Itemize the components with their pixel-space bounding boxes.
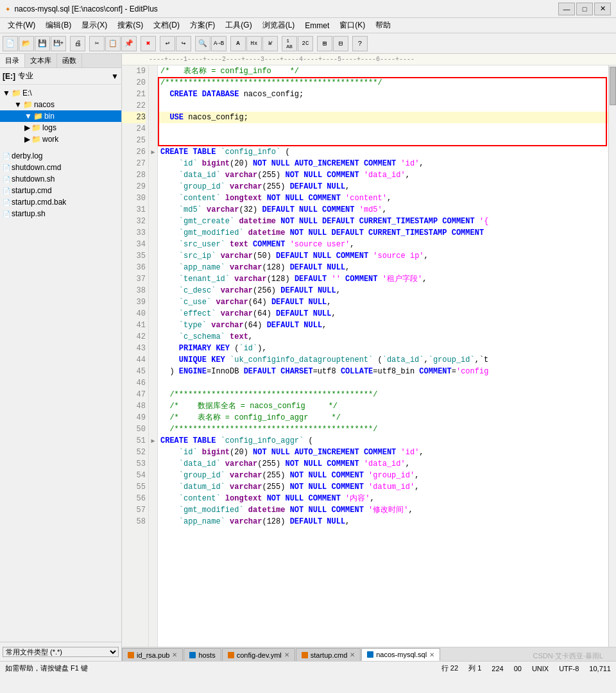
line-num-26: 26 [122, 146, 146, 158]
code-line-52: `id` bigint(20) NOT NULL AUTO_INCREMENT … [158, 447, 616, 458]
menu-doc[interactable]: 文档(D) [148, 19, 185, 32]
line-num-50: 50 [122, 424, 146, 435]
tb-table2[interactable]: ⊟ [333, 36, 348, 51]
sidebar-tab-library[interactable]: 文本库 [25, 54, 57, 67]
tb-help[interactable]: ? [352, 36, 368, 51]
sidebar-tab-directory[interactable]: 目录 [0, 54, 25, 67]
menu-search[interactable]: 搜索(S) [112, 19, 148, 32]
code-line-26: CREATE TABLE `config_info` ( [158, 146, 616, 158]
tb-saveall[interactable]: 💾+ [51, 36, 66, 51]
tab-startup-cmd[interactable]: startup.cmd ✕ [296, 648, 361, 661]
tree-item-startup-sh[interactable]: 📄 startup.sh [0, 208, 121, 219]
tree-item-label: derby.log [12, 151, 42, 160]
tb-print[interactable]: 🖨 [70, 36, 85, 51]
folder-expand-icon: ▼ [3, 89, 10, 98]
tree-item-bin[interactable]: ▼ 📁 bin [0, 110, 121, 122]
code-line-39: `c_use` varchar(64) DEFAULT NULL, [158, 296, 616, 308]
tree-item-shutdown-sh[interactable]: 📄 shutdown.sh [0, 173, 121, 185]
code-line-56: `content` longtext NOT NULL COMMENT '内容'… [158, 493, 616, 504]
line-num-53: 53 [122, 458, 146, 470]
line-num-32: 32 [122, 216, 146, 227]
tb-find[interactable]: 🔍 [195, 36, 210, 51]
code-line-23: USE nacos_config; [158, 112, 616, 123]
toolbar: 📄 📂 💾 💾+ 🖨 ✂ 📋 📌 ✖ ↩ ↪ 🔍 A→B A Hx W 1AB … [0, 33, 616, 54]
menu-browser[interactable]: 浏览器(L) [257, 19, 300, 32]
line-num-21: 21 [122, 89, 146, 100]
code-line-29: `group_id` varchar(255) DEFAULT NULL, [158, 181, 616, 193]
code-line-47: /***************************************… [158, 389, 616, 400]
line-num-20: 20 [122, 77, 146, 89]
tree-item-logs[interactable]: ▶ 📁 logs [0, 122, 121, 133]
tab-close-id-rsa-pub[interactable]: ✕ [172, 651, 177, 658]
folder-icon: 📁 [31, 123, 41, 132]
statusbar: 如需帮助，请按键盘 F1 键 行 22 列 1 224 00 UNIX UTF-… [0, 661, 616, 675]
tab-close-config-dev[interactable]: ✕ [284, 651, 289, 658]
tree-item-nacos[interactable]: ▼ 📁 nacos [0, 99, 121, 110]
folder-expand-icon: ▼ [24, 112, 32, 121]
tb-copy[interactable]: 📋 [105, 36, 121, 51]
collapse-btn-51[interactable]: ▶ [151, 437, 155, 445]
tab-close-startup-cmd[interactable]: ✕ [350, 651, 355, 658]
tab-icon-id-rsa-pub [128, 652, 134, 658]
tb-save[interactable]: 💾 [35, 36, 50, 51]
tb-w[interactable]: W [262, 36, 278, 51]
tb-redo[interactable]: ↪ [176, 36, 191, 51]
tb-new[interactable]: 📄 [3, 36, 18, 51]
code-line-37: `tenant_id` varchar(128) DEFAULT '' COMM… [158, 273, 616, 285]
tb-table[interactable]: ⊞ [317, 36, 332, 51]
menu-edit[interactable]: 编辑(B) [40, 19, 76, 32]
tab-label-id-rsa-pub: id_rsa.pub [137, 651, 169, 659]
menu-emmet[interactable]: Emmet [300, 20, 334, 31]
file-type-dropdown[interactable]: 常用文件类型 (*.*) [3, 647, 119, 657]
menu-tools[interactable]: 工具(G) [220, 19, 257, 32]
minimize-button[interactable]: — [558, 3, 575, 15]
tb-font[interactable]: A [230, 36, 246, 51]
maximize-button[interactable]: □ [576, 3, 593, 15]
tb-cut[interactable]: ✂ [89, 36, 105, 51]
sidebar-tab-functions[interactable]: 函数 [57, 54, 82, 67]
close-button[interactable]: ✕ [594, 3, 611, 15]
menu-project[interactable]: 方案(F) [185, 19, 220, 32]
menu-help[interactable]: 帮助 [370, 19, 396, 32]
code-line-49: /* 表名称 = config_info_aggr */ [158, 412, 616, 424]
menu-window[interactable]: 窗口(K) [334, 19, 370, 32]
menu-view[interactable]: 显示(X) [76, 19, 112, 32]
code-wrapper: 19 20 21 22 23 24 25 26 27 28 29 30 31 3… [122, 65, 616, 647]
tb-delete[interactable]: ✖ [141, 36, 156, 51]
code-content[interactable]: /* 表名称 = config_info */ /***************… [158, 65, 616, 647]
tb-open[interactable]: 📂 [19, 36, 34, 51]
tab-hosts[interactable]: hosts [184, 648, 221, 661]
tree-item-e[interactable]: ▼ 📁 E:\ [0, 87, 121, 99]
tab-id-rsa-pub[interactable]: id_rsa.pub ✕ [122, 648, 183, 661]
tb-replace[interactable]: A→B [211, 36, 227, 51]
tb-undo[interactable]: ↩ [160, 36, 175, 51]
tree-item-shutdown-cmd[interactable]: 📄 shutdown.cmd [0, 162, 121, 173]
window-controls: — □ ✕ [558, 3, 611, 15]
tree-item-startup-cmd-bak[interactable]: 📄 startup.cmd.bak [0, 196, 121, 208]
editor-area: ----+----1----+----2----+----3----+----4… [122, 54, 616, 661]
menu-file[interactable]: 文件(W) [3, 19, 40, 32]
tab-config-dev-yml[interactable]: config-dev.yml ✕ [222, 648, 295, 661]
tb-hx[interactable]: Hx [246, 36, 262, 51]
tab-nacos-mysql-sql[interactable]: nacos-mysql.sql ✕ [361, 648, 440, 661]
code-line-57: `gmt_modified` datetime NOT NULL COMMENT… [158, 504, 616, 516]
vertical-scrollbar[interactable] [608, 65, 616, 647]
tb-2col[interactable]: 2C [298, 36, 313, 51]
line-num-24: 24 [122, 123, 146, 135]
code-line-20: /***************************************… [158, 77, 616, 89]
main-area: 目录 文本库 函数 [E:] 专业 ▼ ▼ 📁 E:\ ▼ 📁 nacos [0, 54, 616, 661]
collapse-btn-26[interactable]: ▶ [151, 148, 155, 156]
code-line-24 [158, 123, 616, 135]
file-icon: 📄 [3, 187, 10, 194]
tree-item-work[interactable]: ▶ 📁 work [0, 133, 121, 145]
tree-item-startup-cmd[interactable]: 📄 startup.cmd [0, 185, 121, 196]
tree-item-derby[interactable]: 📄 derby.log [0, 150, 121, 162]
tab-close-nacos-mysql-sql[interactable]: ✕ [429, 651, 434, 658]
line-num-39: 39 [122, 296, 146, 308]
line-num-49: 49 [122, 412, 146, 424]
tb-paste[interactable]: 📌 [121, 36, 137, 51]
status-encoding: UTF-8 [559, 665, 579, 672]
tb-lineno[interactable]: 1AB [282, 36, 297, 51]
line-num-36: 36 [122, 262, 146, 273]
drive-dropdown-icon[interactable]: ▼ [111, 72, 119, 81]
